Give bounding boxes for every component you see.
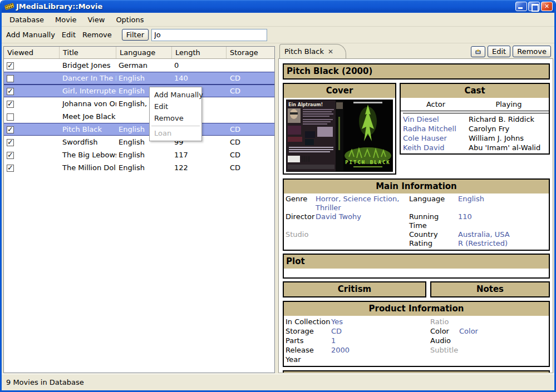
context-menu-add-manually[interactable]: Add Manually: [150, 89, 201, 101]
tab-pitch-black[interactable]: Pitch Black✕: [279, 44, 346, 58]
audio-value: [459, 336, 547, 345]
minimize-button[interactable]: [515, 2, 527, 11]
parts-value: 1: [331, 336, 430, 345]
status-text: 9 Movies in Database: [6, 378, 84, 386]
movie-storage-cell: CD: [227, 138, 274, 146]
critism-section: Critism: [283, 281, 426, 297]
context-menu-loan[interactable]: Loan: [150, 127, 201, 139]
cast-actor-link[interactable]: Radha Mitchell: [403, 124, 469, 133]
cast-header: Cast: [401, 84, 549, 98]
table-row[interactable]: Dancer In The Dark English 140 CD: [4, 72, 274, 85]
toolbar: Add Manually Edit Remove Filter: [2, 27, 554, 43]
picture-icon: [475, 48, 481, 56]
viewed-checkbox[interactable]: [7, 113, 14, 121]
context-menu-edit[interactable]: Edit: [150, 101, 201, 112]
ratio-value: [459, 317, 547, 326]
movie-title-cell: The Million Dollar Hotel: [60, 163, 116, 172]
genre-value[interactable]: Horror, Science Fiction, Thriller: [316, 195, 409, 212]
movie-storage-cell: CD: [227, 74, 274, 82]
remove-toolbar-button[interactable]: Remove: [79, 28, 115, 41]
viewed-checkbox[interactable]: [7, 101, 14, 108]
filmstrip-app-icon: [4, 2, 14, 11]
release-year-value: 2000: [331, 345, 430, 364]
viewed-checkbox[interactable]: [7, 165, 14, 172]
context-menu-remove[interactable]: Remove: [150, 112, 201, 124]
filter-button[interactable]: Filter: [122, 29, 149, 41]
application-window: JMediaLibrary::Movie Database Movie View…: [0, 0, 556, 392]
edit-toolbar-button[interactable]: Edit: [58, 28, 79, 41]
table-row[interactable]: Meet Joe Black: [4, 110, 274, 123]
column-header-storage[interactable]: Storage: [227, 47, 274, 58]
storage-value[interactable]: CD: [331, 326, 430, 336]
detail-remove-button[interactable]: Remove: [513, 46, 551, 57]
cast-actor-link[interactable]: Keith David: [403, 143, 469, 152]
table-row[interactable]: Swordfish English 99 CD: [4, 136, 274, 148]
column-header-length[interactable]: Length: [172, 47, 227, 58]
country-value[interactable]: Australia, USA: [458, 230, 547, 239]
language-value[interactable]: English: [458, 195, 547, 204]
running-time-value: 110: [458, 212, 547, 221]
column-header-language[interactable]: Language: [116, 47, 172, 58]
studio-label: Studio: [286, 230, 316, 239]
cast-actor-link[interactable]: Vin Diesel: [403, 115, 469, 124]
cast-actor-link[interactable]: Cole Hauser: [403, 133, 469, 143]
cover-header: Cover: [284, 84, 395, 98]
svg-text:Ein Alptraum!: Ein Alptraum!: [288, 102, 323, 107]
context-menu-separator: [151, 126, 200, 126]
menu-database[interactable]: Database: [4, 14, 50, 26]
subtitle-value: [459, 345, 547, 364]
table-row[interactable]: The Million Dollar Hotel English 122 CD: [4, 161, 274, 174]
language-label: Language: [409, 195, 458, 204]
ratio-label: Ratio: [430, 317, 459, 326]
cast-playing: Abu 'Imam' al-Walid: [469, 143, 549, 152]
release-year-label: Release Year: [286, 345, 331, 364]
movie-length-cell: 117: [172, 151, 227, 159]
in-collection-label: In Collection: [286, 317, 331, 326]
column-header-viewed[interactable]: Viewed: [4, 47, 60, 58]
table-row[interactable]: Pitch Black English CD: [4, 123, 274, 136]
table-row[interactable]: Girl, Interrupted English CD: [4, 85, 274, 97]
viewed-checkbox[interactable]: [7, 75, 14, 82]
movie-storage-cell: CD: [227, 163, 274, 172]
additional-information-section: Additional Information Viewed Yes Possib…: [283, 370, 550, 373]
close-button[interactable]: [541, 2, 553, 11]
rating-label: Rating: [409, 239, 458, 248]
rating-value[interactable]: R (Restricted): [458, 239, 547, 248]
critism-header: Critism: [284, 282, 425, 296]
table-row[interactable]: Bridget Jones German 0: [4, 59, 274, 72]
movie-length-cell: 140: [172, 74, 227, 82]
viewed-checkbox[interactable]: [7, 88, 14, 95]
movie-storage-cell: CD: [227, 151, 274, 159]
table-row[interactable]: The Big Lebowski English 117 CD: [4, 148, 274, 161]
movie-title-cell: Pitch Black: [60, 125, 116, 133]
tab-close-icon[interactable]: ✕: [328, 48, 333, 56]
menu-options[interactable]: Options: [110, 14, 149, 26]
parts-label: Parts: [286, 336, 331, 345]
detail-edit-button[interactable]: Edit: [488, 46, 510, 57]
viewed-checkbox[interactable]: [7, 139, 14, 146]
viewed-checkbox[interactable]: [7, 126, 14, 133]
country-label: Country: [409, 230, 458, 239]
movie-title-header: Pitch Black (2000): [283, 63, 550, 80]
movie-language-cell: English: [116, 151, 172, 159]
cover-image-button[interactable]: [471, 46, 485, 57]
column-header-title[interactable]: Title: [60, 47, 116, 58]
plot-section: Plot: [283, 254, 550, 279]
table-row[interactable]: Johanna von Orleans English, German: [4, 97, 274, 110]
movie-table: Viewed Title Language Length Storage Bri…: [3, 46, 275, 373]
detail-tab-bar: Pitch Black✕ Edit Remove: [278, 43, 556, 58]
cover-image: Ein Alptraum!: [286, 100, 393, 172]
storage-label: Storage: [286, 326, 331, 336]
add-manually-button[interactable]: Add Manually: [3, 28, 58, 41]
maximize-button[interactable]: [528, 2, 540, 11]
director-value[interactable]: David Twohy: [316, 212, 409, 221]
movie-title-cell: The Big Lebowski: [60, 151, 116, 159]
menu-movie[interactable]: Movie: [50, 14, 82, 26]
filter-input[interactable]: [151, 29, 267, 41]
product-information-header: Product Information: [284, 302, 549, 316]
color-value[interactable]: Color: [459, 326, 547, 336]
viewed-checkbox[interactable]: [7, 62, 14, 70]
movie-title-cell: Bridget Jones: [60, 61, 116, 70]
viewed-checkbox[interactable]: [7, 152, 14, 159]
menu-view[interactable]: View: [82, 14, 111, 26]
